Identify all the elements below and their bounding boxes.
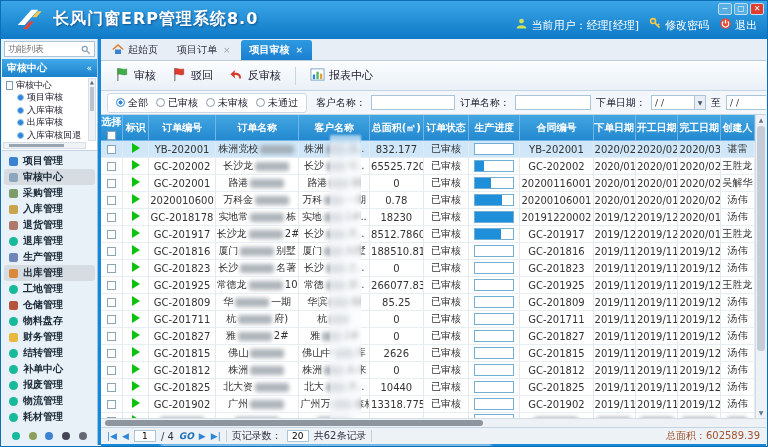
sidebar-item-inbound-mgmt[interactable]: 入库管理	[2, 201, 97, 217]
horizontal-scroll-thumb[interactable]	[105, 420, 483, 426]
pager-prev-button[interactable]: ◀	[122, 431, 129, 441]
column-header-3[interactable]: 订单名称	[215, 115, 299, 141]
pager-last-button[interactable]: ▶|	[211, 431, 221, 441]
sidebar-item-finance-mgmt[interactable]: 财务管理	[2, 329, 97, 345]
sidebar-item-project-mgmt[interactable]: 项目管理	[2, 153, 97, 169]
tree-item-outbound-audit[interactable]: 出库审核	[6, 117, 87, 130]
reject-button[interactable]: 驳回	[166, 65, 219, 87]
function-search-input[interactable]	[8, 44, 79, 54]
sidebar-item-return-stock-mgmt[interactable]: 退库管理	[2, 233, 97, 249]
column-header-6[interactable]: 订单状态	[423, 115, 469, 141]
filter-radio-unaudited[interactable]: 未审核	[206, 96, 248, 110]
sidebar-item-logistics-mgmt[interactable]: 物流管理	[2, 393, 97, 409]
row-checkbox[interactable]	[107, 213, 116, 222]
table-row[interactable]: GC-201823长沙名著长沙之..0已审核GC-2018232019/11/2…	[101, 260, 755, 277]
column-header-1[interactable]: 标识	[123, 115, 149, 141]
order-date-to-picker[interactable]: / /▼	[726, 95, 766, 110]
tab-close-icon[interactable]: ×	[296, 45, 304, 55]
select-all-checkbox[interactable]	[107, 131, 116, 140]
cart-icon[interactable]	[29, 432, 37, 440]
column-header-11[interactable]: 完工日期	[678, 115, 720, 141]
filter-radio-all[interactable]: 全部	[116, 96, 148, 110]
minimize-icon[interactable]: ─	[718, 3, 732, 15]
table-row[interactable]: GC-2018178实地常栋实地1#..18230已审核201912200022…	[101, 209, 755, 226]
table-row[interactable]: GC-201925常德龙10常德原..266077.835..已审核GC-201…	[101, 277, 755, 294]
person-icon[interactable]	[62, 432, 70, 440]
tab-home[interactable]: 起始页	[103, 40, 167, 60]
column-header-10[interactable]: 开工日期	[635, 115, 677, 141]
row-checkbox[interactable]	[107, 145, 116, 154]
chevron-down-icon[interactable]: ▼	[694, 96, 705, 109]
order-name-input[interactable]	[515, 95, 591, 110]
row-checkbox[interactable]	[107, 298, 116, 307]
column-header-9[interactable]: 下单日期	[593, 115, 635, 141]
pager-next-button[interactable]: ▶	[199, 431, 206, 441]
sidebar-item-outbound-mgmt[interactable]: 出库管理	[4, 265, 95, 281]
sidebar-item-return-goods-mgmt[interactable]: 退货管理	[2, 217, 97, 233]
sidebar-item-material-inventory[interactable]: 物料盘存	[2, 313, 97, 329]
column-header-4[interactable]: 客户名称	[299, 115, 370, 141]
table-row[interactable]: GC-201816厦门别墅厦门别墅188510.818已审核GC-2018162…	[101, 243, 755, 260]
row-checkbox[interactable]	[107, 162, 116, 171]
table-row[interactable]: GC-201812株洲株洲未来0已审核GC-2018122019/11/2020…	[101, 362, 755, 379]
column-header-0[interactable]: 选择	[101, 115, 123, 141]
order-date-from-picker[interactable]: / /▼	[651, 95, 706, 110]
table-row[interactable]: GC-201825北大资北大天..10440已审核GC-2018252019/1…	[101, 379, 755, 396]
table-row[interactable]: GC-202002长沙龙长沙宅..65525.7200..已审核GC-20200…	[101, 158, 755, 175]
scroll-up-icon[interactable]: ▲	[756, 115, 766, 125]
column-header-8[interactable]: 合同编号	[520, 115, 593, 141]
table-row[interactable]: GC-201809华一期华滨期85.25已审核GC-2018092019/11/…	[101, 294, 755, 311]
table-row[interactable]: GC-201815佛山佛山中库2626已审核GC-2018152019/11/2…	[101, 345, 755, 362]
feather-icon[interactable]	[45, 432, 53, 440]
sidebar-item-consumables-mgmt[interactable]: 耗材管理	[2, 409, 97, 425]
scroll-down-icon[interactable]: ▼	[756, 408, 766, 418]
sidebar-item-production-mgmt[interactable]: 生产管理	[2, 249, 97, 265]
column-header-5[interactable]: 总面积(㎡)	[370, 115, 424, 141]
audit-button[interactable]: 审核	[109, 65, 162, 87]
maximize-icon[interactable]: ▢	[734, 3, 748, 15]
tab-close-icon[interactable]: ×	[223, 45, 231, 55]
row-checkbox[interactable]	[107, 400, 116, 409]
table-row[interactable]: YB-202001株洲党校株洲员..832.177已审核YB-202001202…	[101, 141, 755, 158]
sidebar-item-warehouse-mgmt[interactable]: 仓储管理	[2, 297, 97, 313]
pager-first-button[interactable]: |◀	[107, 431, 117, 441]
table-row[interactable]: GC-202001路港路港墙0已审核202001160012020/01/162…	[101, 175, 755, 192]
customer-name-input[interactable]	[371, 95, 455, 110]
search-icon[interactable]	[81, 40, 91, 59]
table-row[interactable]: 20200106001万科金万科一期0.78已审核202001060012020…	[101, 192, 755, 209]
close-icon[interactable]: ✕	[750, 3, 764, 15]
vertical-scroll-thumb[interactable]	[757, 126, 765, 351]
row-checkbox[interactable]	[107, 315, 116, 324]
grid-horizontal-scrollbar[interactable]	[101, 418, 766, 427]
filter-radio-not-passed[interactable]: 未通过	[256, 96, 298, 110]
sidebar-item-audit-center[interactable]: 审核中心	[4, 169, 95, 185]
dot-icon[interactable]	[12, 432, 20, 440]
tree-root[interactable]: 审核中心	[6, 79, 87, 92]
row-checkbox[interactable]	[107, 264, 116, 273]
row-checkbox[interactable]	[107, 247, 116, 256]
row-checkbox[interactable]	[107, 349, 116, 358]
tree-item-inbound-audit-rollback[interactable]: 入库审核回退	[6, 129, 87, 142]
reverse-audit-button[interactable]: 反审核	[223, 65, 287, 87]
sidebar-item-carryover-mgmt[interactable]: 结转管理	[2, 345, 97, 361]
tab-project-order[interactable]: 项目订单×	[168, 40, 240, 60]
page-size-input[interactable]	[287, 430, 309, 442]
row-checkbox[interactable]	[107, 230, 116, 239]
table-row[interactable]: GC-201827雅2#雅2#0已审核GC-2018272019/11/2020…	[101, 328, 755, 345]
sidebar-item-supplement-center[interactable]: 补单中心	[2, 361, 97, 377]
table-row[interactable]: GC-201917长沙龙2#长沙天..8512.78600..已审核GC-201…	[101, 226, 755, 243]
row-checkbox[interactable]	[107, 281, 116, 290]
tab-project-audit[interactable]: 项目审核×	[241, 40, 313, 60]
collapse-icon[interactable]: «	[86, 63, 92, 73]
tree-item-inbound-audit[interactable]: 入库审核	[6, 104, 87, 117]
row-checkbox[interactable]	[107, 332, 116, 341]
row-checkbox[interactable]	[107, 196, 116, 205]
table-row[interactable]: GC-201902广州广州万森林13318.775已审核GC-201902201…	[101, 396, 755, 413]
more-icon[interactable]	[79, 432, 87, 440]
column-header-12[interactable]: 创建人	[720, 115, 754, 141]
row-checkbox[interactable]	[107, 366, 116, 375]
row-checkbox[interactable]	[107, 179, 116, 188]
tree-item-project-audit[interactable]: 项目审核	[6, 92, 87, 105]
filter-radio-audited[interactable]: 已审核	[156, 96, 198, 110]
grid-vertical-scrollbar[interactable]: ▲ ▼	[755, 115, 766, 418]
